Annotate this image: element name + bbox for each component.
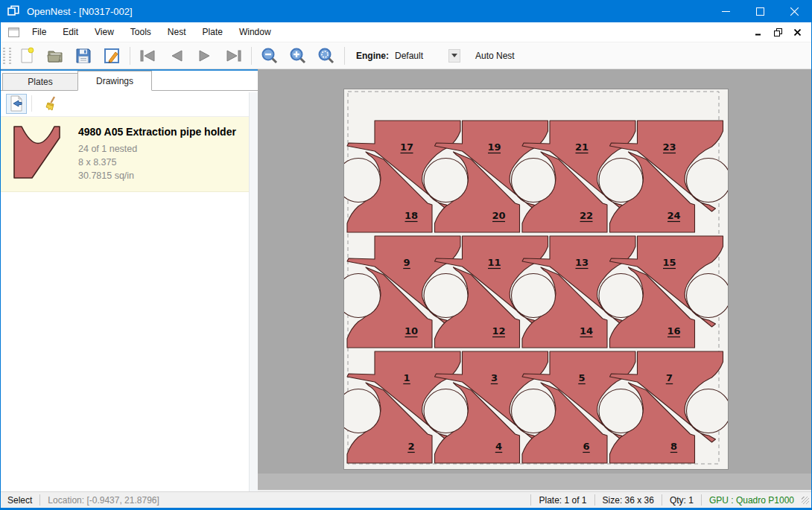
pipe-hole-circle [599, 389, 643, 433]
drawing-nested-count: 24 of 1 nested [78, 142, 236, 156]
part-thumbnail [8, 124, 68, 181]
app-logo-icon [7, 5, 19, 17]
close-icon [790, 7, 799, 16]
menu-file[interactable]: File [24, 22, 54, 42]
toolbar-separator3 [344, 47, 345, 65]
toolbar-grip2[interactable] [9, 48, 11, 64]
new-document-icon [18, 47, 36, 65]
part-number-label: 1 [403, 372, 410, 383]
pipe-hole-circle [599, 274, 643, 318]
close-button[interactable] [777, 0, 811, 22]
zoom-fit-icon [317, 47, 335, 65]
pipe-hole-circle [512, 159, 556, 203]
part-number-label: 15 [662, 257, 676, 268]
toolbar-separator [130, 47, 130, 65]
new-button[interactable] [13, 44, 41, 68]
pipe-hole-circle [424, 274, 468, 318]
import-drawing-button[interactable] [6, 94, 27, 114]
drawings-list-empty [1, 192, 258, 491]
engine-label: Engine: [356, 51, 389, 61]
mdi-restore-icon [774, 28, 782, 36]
chevron-down-icon [451, 54, 457, 57]
auto-nest-button[interactable]: Auto Nest [471, 48, 519, 64]
pipe-hole-circle [687, 159, 729, 203]
previous-plate-button[interactable] [162, 44, 191, 68]
mdi-window-controls [750, 25, 811, 39]
engine-combobox[interactable]: Default [395, 49, 460, 63]
next-plate-button[interactable] [191, 44, 219, 68]
tab-plates[interactable]: Plates [2, 73, 78, 91]
title-bar[interactable]: OpenNest - [N0317-002] [1, 0, 811, 22]
part-number-label: 22 [580, 210, 593, 221]
part-number-label: 12 [492, 325, 505, 337]
nest-result-svg: 171819202122232491011121314151612345678 [344, 89, 728, 469]
part-number-label: 24 [667, 210, 680, 221]
previous-arrow-icon [167, 48, 186, 63]
part-number-label: 8 [670, 441, 677, 452]
zoom-in-button[interactable] [284, 44, 312, 68]
zoom-out-icon [261, 47, 279, 65]
part-number-label: 9 [403, 257, 410, 268]
mdi-minimize-button[interactable] [750, 25, 767, 39]
open-button[interactable] [41, 44, 69, 68]
save-button[interactable] [69, 44, 98, 68]
first-plate-button[interactable] [134, 44, 162, 68]
save-nest-button[interactable] [98, 44, 126, 68]
mdi-minimize-icon [755, 29, 762, 36]
left-panel: Plates Drawings [1, 69, 258, 491]
part-number-label: 2 [407, 441, 414, 452]
menu-edit[interactable]: Edit [54, 22, 86, 42]
mdi-close-icon [794, 29, 801, 36]
part-number-label: 3 [491, 372, 498, 383]
part-number-label: 16 [667, 325, 680, 337]
document-arrow-icon [8, 95, 25, 112]
part-number-label: 17 [400, 141, 413, 153]
part-number-label: 5 [578, 372, 585, 383]
minimize-button[interactable] [708, 0, 743, 22]
toolbar-grip[interactable] [3, 48, 5, 64]
menu-view[interactable]: View [86, 22, 122, 42]
tab-drawings[interactable]: Drawings [77, 71, 152, 91]
panel-toolbar-separator [31, 95, 32, 112]
zoom-in-icon [289, 47, 307, 65]
pipe-hole-circle [424, 389, 468, 433]
mdi-restore-button[interactable] [770, 25, 786, 39]
part-number-label: 6 [583, 441, 589, 452]
maximize-button[interactable] [743, 0, 777, 22]
engine-dropdown-button[interactable] [448, 49, 460, 63]
resize-grip[interactable] [802, 497, 809, 504]
zoom-fit-button[interactable] [312, 44, 340, 68]
drawing-list-item[interactable]: 4980 A05 Extraction pipe holder 24 of 1 … [1, 117, 258, 192]
part-number-label: 4 [495, 441, 502, 452]
part-number-label: 20 [492, 210, 505, 221]
part-number-label: 10 [405, 325, 418, 337]
app-window: OpenNest - [N0317-002] File Edit View To… [0, 0, 812, 510]
last-arrow-icon [223, 48, 243, 63]
broom-icon [44, 95, 60, 112]
canvas-scrollbar[interactable] [258, 474, 811, 490]
clear-drawings-button[interactable] [42, 94, 63, 114]
panel-scrollbar[interactable] [249, 92, 258, 491]
window-title: OpenNest - [N0317-002] [27, 6, 708, 17]
last-plate-button[interactable] [219, 44, 247, 68]
pipe-hole-circle [512, 389, 556, 433]
part-number-label: 13 [575, 257, 589, 268]
nesting-canvas[interactable]: 171819202122232491011121314151612345678 [258, 69, 811, 491]
open-folder-icon [46, 47, 64, 65]
menu-plate[interactable]: Plate [194, 22, 231, 42]
menu-window[interactable]: Window [231, 22, 279, 42]
plate-sheet[interactable]: 171819202122232491011121314151612345678 [344, 89, 728, 469]
status-plate: Plate: 1 of 1 [531, 495, 594, 506]
drawing-info: 4980 A05 Extraction pipe holder 24 of 1 … [78, 124, 236, 182]
nested-parts: 171819202122232491011121314151612345678 [344, 121, 728, 463]
save-icon [74, 47, 92, 65]
zoom-out-button[interactable] [256, 44, 284, 68]
first-arrow-icon [139, 48, 158, 63]
mdi-document-icon[interactable] [8, 28, 19, 37]
part-number-label: 7 [666, 372, 673, 383]
mdi-close-button[interactable] [789, 25, 805, 39]
menu-tools[interactable]: Tools [122, 22, 159, 42]
status-mode: Select [1, 495, 39, 506]
part-number-label: 19 [487, 141, 501, 153]
menu-nest[interactable]: Nest [159, 22, 194, 42]
